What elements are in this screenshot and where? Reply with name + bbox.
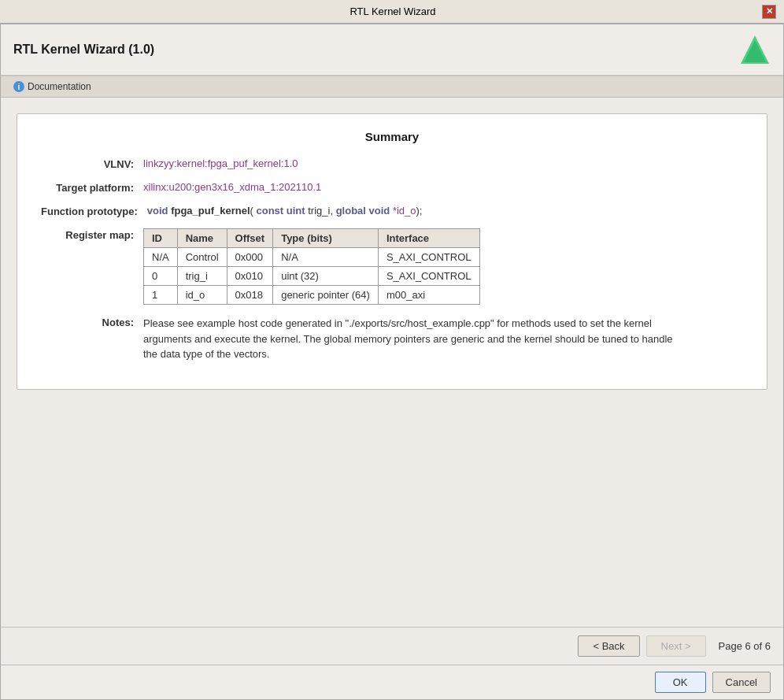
table-cell: N/A (273, 248, 379, 267)
register-map-table-container: ID Name Offset Type (bits) Interface N/A… (143, 228, 480, 305)
table-cell: id_o (177, 286, 227, 305)
doc-link-text: Documentation (28, 81, 91, 92)
col-interface: Interface (378, 229, 479, 248)
register-map-row: Register map: ID Name Offset Type (bits)… (41, 228, 743, 305)
proto-const: const (253, 205, 283, 217)
table-cell: trig_i (177, 267, 227, 286)
documentation-bar: i Documentation (1, 76, 783, 98)
table-cell: uint (32) (273, 267, 379, 286)
table-cell: 1 (144, 286, 178, 305)
proto-pointer: *id_o (390, 205, 416, 217)
table-cell: S_AXI_CONTROL (378, 267, 479, 286)
function-prototype-label: Function prototype: (41, 205, 147, 217)
vlnv-label: VLNV: (41, 157, 143, 170)
navigation-bar: < Back Next > Page 6 of 6 (1, 627, 783, 665)
col-type: Type (bits) (273, 229, 379, 248)
vlnv-row: VLNV: linkzyy:kernel:fpga_puf_kernel:1.0 (41, 157, 743, 170)
next-button[interactable]: Next > (646, 635, 706, 657)
summary-title: Summary (41, 130, 743, 143)
table-cell: generic pointer (64) (273, 286, 379, 305)
proto-void: void (147, 205, 168, 217)
table-header-row: ID Name Offset Type (bits) Interface (144, 229, 480, 248)
content-area: Summary VLNV: linkzyy:kernel:fpga_puf_ke… (1, 98, 783, 627)
proto-param1: trig_i, (305, 205, 333, 217)
table-cell: 0x000 (227, 248, 273, 267)
table-cell: 0x018 (227, 286, 273, 305)
register-table: ID Name Offset Type (bits) Interface N/A… (143, 228, 480, 305)
documentation-link[interactable]: i Documentation (13, 81, 771, 92)
table-cell: N/A (144, 248, 178, 267)
close-button[interactable]: ✕ (762, 5, 776, 19)
table-cell: 0x010 (227, 267, 273, 286)
summary-box: Summary VLNV: linkzyy:kernel:fpga_puf_ke… (17, 113, 767, 390)
table-row: 1id_o0x018generic pointer (64)m00_axi (144, 286, 480, 305)
col-name: Name (177, 229, 227, 248)
footer-bar: OK Cancel (1, 665, 783, 699)
target-platform-value: xilinx:u200:gen3x16_xdma_1:202110.1 (143, 181, 321, 193)
function-prototype-value: void fpga_puf_kernel( const uint trig_i,… (147, 205, 423, 217)
wizard-title: RTL Kernel Wizard (1.0) (13, 43, 154, 57)
ok-button[interactable]: OK (655, 672, 706, 693)
register-map-label: Register map: (41, 228, 143, 241)
xilinx-logo (739, 34, 771, 65)
notes-row: Notes: Please see example host code gene… (41, 316, 743, 362)
proto-paren-close: ); (416, 205, 423, 217)
window-title: RTL Kernel Wizard (24, 6, 762, 17)
wizard-header: RTL Kernel Wizard (1.0) (1, 24, 783, 76)
target-platform-row: Target platform: xilinx:u200:gen3x16_xdm… (41, 181, 743, 194)
vlnv-value: linkzyy:kernel:fpga_puf_kernel:1.0 (143, 157, 298, 169)
table-cell: S_AXI_CONTROL (378, 248, 479, 267)
back-button[interactable]: < Back (578, 635, 639, 657)
col-id: ID (144, 229, 178, 248)
table-cell: Control (177, 248, 227, 267)
col-offset: Offset (227, 229, 273, 248)
cancel-button[interactable]: Cancel (712, 672, 771, 693)
table-cell: 0 (144, 267, 178, 286)
main-window: RTL Kernel Wizard (1.0) i Documentation … (0, 24, 784, 700)
table-row: 0trig_i0x010uint (32)S_AXI_CONTROL (144, 267, 480, 286)
notes-label: Notes: (41, 316, 143, 328)
page-indicator: Page 6 of 6 (719, 640, 771, 652)
function-prototype-row: Function prototype: void fpga_puf_kernel… (41, 205, 743, 217)
title-bar: RTL Kernel Wizard ✕ (0, 0, 784, 24)
table-row: N/AControl0x000N/AS_AXI_CONTROL (144, 248, 480, 267)
proto-void2: void (366, 205, 390, 217)
target-platform-label: Target platform: (41, 181, 143, 194)
proto-name: fpga_puf_kernel (171, 205, 250, 217)
notes-text: Please see example host code generated i… (143, 316, 679, 362)
proto-global: global (333, 205, 366, 217)
table-cell: m00_axi (378, 286, 479, 305)
info-icon: i (13, 81, 24, 92)
proto-uint: uint (283, 205, 305, 217)
